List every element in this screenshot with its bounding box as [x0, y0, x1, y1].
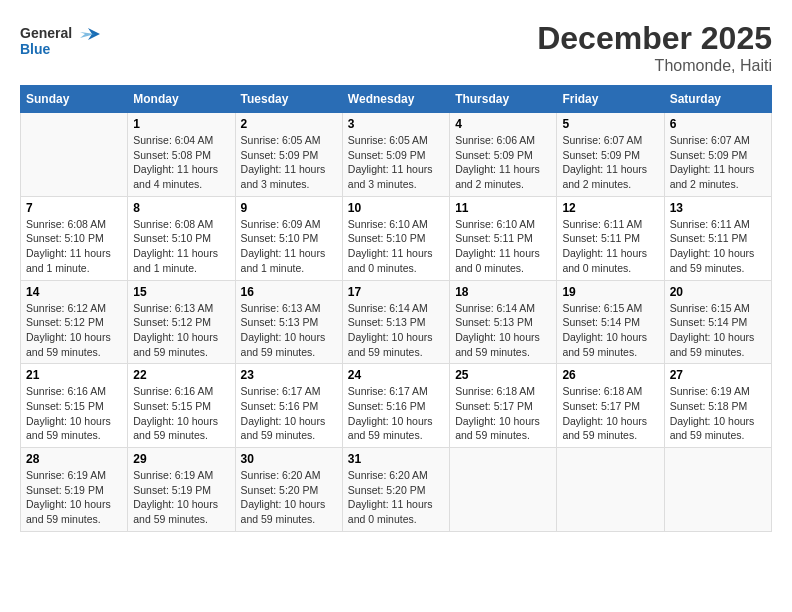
subtitle: Thomonde, Haiti [537, 57, 772, 75]
day-info: Sunrise: 6:15 AM Sunset: 5:14 PM Dayligh… [670, 301, 766, 360]
logo: General Blue [20, 20, 100, 60]
day-info: Sunrise: 6:16 AM Sunset: 5:15 PM Dayligh… [133, 384, 229, 443]
calendar-cell [557, 448, 664, 532]
calendar-cell: 18Sunrise: 6:14 AM Sunset: 5:13 PM Dayli… [450, 280, 557, 364]
day-number: 23 [241, 368, 337, 382]
day-number: 26 [562, 368, 658, 382]
calendar-cell: 5Sunrise: 6:07 AM Sunset: 5:09 PM Daylig… [557, 113, 664, 197]
day-info: Sunrise: 6:11 AM Sunset: 5:11 PM Dayligh… [670, 217, 766, 276]
logo-icon: General Blue [20, 20, 100, 60]
week-row-1: 1Sunrise: 6:04 AM Sunset: 5:08 PM Daylig… [21, 113, 772, 197]
day-number: 8 [133, 201, 229, 215]
day-number: 2 [241, 117, 337, 131]
day-info: Sunrise: 6:18 AM Sunset: 5:17 PM Dayligh… [455, 384, 551, 443]
weekday-header-row: SundayMondayTuesdayWednesdayThursdayFrid… [21, 86, 772, 113]
main-title: December 2025 [537, 20, 772, 57]
calendar-cell: 21Sunrise: 6:16 AM Sunset: 5:15 PM Dayli… [21, 364, 128, 448]
day-number: 29 [133, 452, 229, 466]
day-number: 3 [348, 117, 444, 131]
day-info: Sunrise: 6:07 AM Sunset: 5:09 PM Dayligh… [562, 133, 658, 192]
calendar-cell: 15Sunrise: 6:13 AM Sunset: 5:12 PM Dayli… [128, 280, 235, 364]
calendar-cell: 24Sunrise: 6:17 AM Sunset: 5:16 PM Dayli… [342, 364, 449, 448]
day-number: 5 [562, 117, 658, 131]
calendar-cell: 29Sunrise: 6:19 AM Sunset: 5:19 PM Dayli… [128, 448, 235, 532]
day-info: Sunrise: 6:13 AM Sunset: 5:12 PM Dayligh… [133, 301, 229, 360]
calendar-cell: 16Sunrise: 6:13 AM Sunset: 5:13 PM Dayli… [235, 280, 342, 364]
day-info: Sunrise: 6:10 AM Sunset: 5:11 PM Dayligh… [455, 217, 551, 276]
day-info: Sunrise: 6:12 AM Sunset: 5:12 PM Dayligh… [26, 301, 122, 360]
calendar-cell: 22Sunrise: 6:16 AM Sunset: 5:15 PM Dayli… [128, 364, 235, 448]
day-number: 30 [241, 452, 337, 466]
calendar-cell: 30Sunrise: 6:20 AM Sunset: 5:20 PM Dayli… [235, 448, 342, 532]
day-number: 25 [455, 368, 551, 382]
day-info: Sunrise: 6:17 AM Sunset: 5:16 PM Dayligh… [241, 384, 337, 443]
calendar-cell: 9Sunrise: 6:09 AM Sunset: 5:10 PM Daylig… [235, 196, 342, 280]
week-row-4: 21Sunrise: 6:16 AM Sunset: 5:15 PM Dayli… [21, 364, 772, 448]
day-number: 28 [26, 452, 122, 466]
calendar-cell: 19Sunrise: 6:15 AM Sunset: 5:14 PM Dayli… [557, 280, 664, 364]
day-info: Sunrise: 6:15 AM Sunset: 5:14 PM Dayligh… [562, 301, 658, 360]
day-number: 17 [348, 285, 444, 299]
weekday-header-tuesday: Tuesday [235, 86, 342, 113]
day-number: 12 [562, 201, 658, 215]
day-info: Sunrise: 6:20 AM Sunset: 5:20 PM Dayligh… [241, 468, 337, 527]
day-info: Sunrise: 6:14 AM Sunset: 5:13 PM Dayligh… [455, 301, 551, 360]
day-number: 22 [133, 368, 229, 382]
day-number: 9 [241, 201, 337, 215]
day-info: Sunrise: 6:20 AM Sunset: 5:20 PM Dayligh… [348, 468, 444, 527]
day-number: 10 [348, 201, 444, 215]
day-info: Sunrise: 6:18 AM Sunset: 5:17 PM Dayligh… [562, 384, 658, 443]
day-info: Sunrise: 6:10 AM Sunset: 5:10 PM Dayligh… [348, 217, 444, 276]
svg-text:General: General [20, 25, 72, 41]
day-info: Sunrise: 6:11 AM Sunset: 5:11 PM Dayligh… [562, 217, 658, 276]
calendar-cell: 17Sunrise: 6:14 AM Sunset: 5:13 PM Dayli… [342, 280, 449, 364]
calendar-cell: 26Sunrise: 6:18 AM Sunset: 5:17 PM Dayli… [557, 364, 664, 448]
day-number: 14 [26, 285, 122, 299]
day-info: Sunrise: 6:17 AM Sunset: 5:16 PM Dayligh… [348, 384, 444, 443]
calendar-cell: 1Sunrise: 6:04 AM Sunset: 5:08 PM Daylig… [128, 113, 235, 197]
calendar-cell: 3Sunrise: 6:05 AM Sunset: 5:09 PM Daylig… [342, 113, 449, 197]
week-row-3: 14Sunrise: 6:12 AM Sunset: 5:12 PM Dayli… [21, 280, 772, 364]
calendar-cell [21, 113, 128, 197]
day-number: 31 [348, 452, 444, 466]
day-info: Sunrise: 6:16 AM Sunset: 5:15 PM Dayligh… [26, 384, 122, 443]
calendar-cell: 27Sunrise: 6:19 AM Sunset: 5:18 PM Dayli… [664, 364, 771, 448]
calendar-cell: 8Sunrise: 6:08 AM Sunset: 5:10 PM Daylig… [128, 196, 235, 280]
calendar-cell: 23Sunrise: 6:17 AM Sunset: 5:16 PM Dayli… [235, 364, 342, 448]
day-number: 24 [348, 368, 444, 382]
weekday-header-sunday: Sunday [21, 86, 128, 113]
title-block: December 2025 Thomonde, Haiti [537, 20, 772, 75]
week-row-5: 28Sunrise: 6:19 AM Sunset: 5:19 PM Dayli… [21, 448, 772, 532]
day-number: 11 [455, 201, 551, 215]
weekday-header-wednesday: Wednesday [342, 86, 449, 113]
week-row-2: 7Sunrise: 6:08 AM Sunset: 5:10 PM Daylig… [21, 196, 772, 280]
calendar-table: SundayMondayTuesdayWednesdayThursdayFrid… [20, 85, 772, 532]
calendar-cell: 4Sunrise: 6:06 AM Sunset: 5:09 PM Daylig… [450, 113, 557, 197]
calendar-cell: 11Sunrise: 6:10 AM Sunset: 5:11 PM Dayli… [450, 196, 557, 280]
calendar-cell: 13Sunrise: 6:11 AM Sunset: 5:11 PM Dayli… [664, 196, 771, 280]
day-info: Sunrise: 6:19 AM Sunset: 5:19 PM Dayligh… [26, 468, 122, 527]
page-header: General Blue December 2025 Thomonde, Hai… [20, 20, 772, 75]
calendar-cell: 2Sunrise: 6:05 AM Sunset: 5:09 PM Daylig… [235, 113, 342, 197]
day-number: 13 [670, 201, 766, 215]
calendar-cell: 25Sunrise: 6:18 AM Sunset: 5:17 PM Dayli… [450, 364, 557, 448]
day-info: Sunrise: 6:14 AM Sunset: 5:13 PM Dayligh… [348, 301, 444, 360]
day-number: 19 [562, 285, 658, 299]
day-info: Sunrise: 6:07 AM Sunset: 5:09 PM Dayligh… [670, 133, 766, 192]
weekday-header-thursday: Thursday [450, 86, 557, 113]
weekday-header-saturday: Saturday [664, 86, 771, 113]
day-info: Sunrise: 6:19 AM Sunset: 5:18 PM Dayligh… [670, 384, 766, 443]
day-info: Sunrise: 6:09 AM Sunset: 5:10 PM Dayligh… [241, 217, 337, 276]
calendar-cell [664, 448, 771, 532]
calendar-cell: 6Sunrise: 6:07 AM Sunset: 5:09 PM Daylig… [664, 113, 771, 197]
calendar-cell: 12Sunrise: 6:11 AM Sunset: 5:11 PM Dayli… [557, 196, 664, 280]
day-info: Sunrise: 6:08 AM Sunset: 5:10 PM Dayligh… [26, 217, 122, 276]
day-number: 15 [133, 285, 229, 299]
day-info: Sunrise: 6:08 AM Sunset: 5:10 PM Dayligh… [133, 217, 229, 276]
calendar-cell: 31Sunrise: 6:20 AM Sunset: 5:20 PM Dayli… [342, 448, 449, 532]
day-number: 6 [670, 117, 766, 131]
calendar-cell: 28Sunrise: 6:19 AM Sunset: 5:19 PM Dayli… [21, 448, 128, 532]
calendar-cell: 10Sunrise: 6:10 AM Sunset: 5:10 PM Dayli… [342, 196, 449, 280]
calendar-header: SundayMondayTuesdayWednesdayThursdayFrid… [21, 86, 772, 113]
day-info: Sunrise: 6:06 AM Sunset: 5:09 PM Dayligh… [455, 133, 551, 192]
